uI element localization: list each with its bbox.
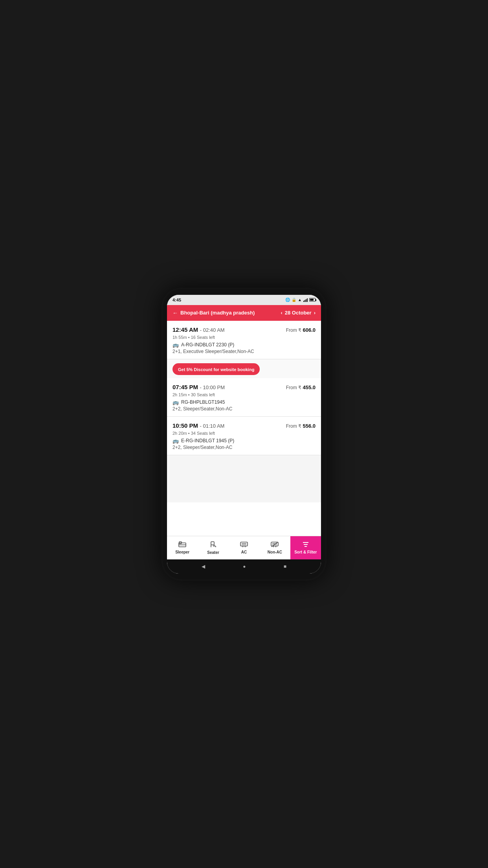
bus-3-number: E-RG-INDBLGT 1945 (P)	[181, 438, 234, 443]
bus-3-dot: •	[188, 431, 191, 436]
discount-text: Get 5% Discount for website booking	[178, 367, 254, 372]
sleeper-label: Sleeper	[175, 550, 189, 554]
bus-2-info-row: 🚌 RG-BHPLBLGT1945	[172, 399, 316, 405]
battery-icon	[309, 298, 316, 302]
nav-item-sleeper[interactable]: Sleeper	[167, 536, 198, 559]
bus-3-departure: 10:50 PM	[172, 422, 198, 429]
bus-1-arrival: 02:40 AM	[203, 327, 225, 333]
bus-3-arrival: 01:10 AM	[203, 423, 224, 429]
nonac-icon	[271, 541, 279, 549]
status-bar: 4:45 🌐 🔒 ▲	[167, 295, 321, 305]
bus-1-type: 2+1, Executive Sleeper/Seater,Non-AC	[172, 349, 316, 354]
bus-3-bus-icon: 🚌	[172, 438, 179, 444]
discount-banner: Get 5% Discount for website booking	[172, 363, 260, 375]
app-header: ← Bhopal-Bari (madhya pradesh) ‹ 28 Octo…	[167, 305, 321, 321]
date-display: 28 October	[285, 310, 312, 316]
nav-item-sortfilter[interactable]: Sort & Filter	[290, 536, 321, 559]
bus-3-price: 556.0	[303, 423, 316, 429]
status-time: 4:45	[172, 298, 181, 302]
discount-section: Get 5% Discount for website booking	[167, 359, 321, 378]
bus-2-price-label: From ₹	[286, 385, 303, 390]
bus-2-type: 2+2, Sleeper/Seater,Non-AC	[172, 406, 316, 412]
date-prev-button[interactable]: ‹	[281, 310, 282, 316]
bus-card-3-top: 10:50 PM - 01:10 AM From ₹ 556.0	[172, 422, 316, 429]
svg-rect-8	[240, 542, 248, 546]
bus-2-duration: 2h 15m	[172, 392, 187, 397]
seater-label: Seater	[207, 550, 219, 555]
bus-2-dot: •	[188, 392, 191, 397]
bus-2-bus-icon: 🚌	[172, 399, 179, 405]
signal-bar-4	[307, 298, 308, 302]
signal-bar-2	[305, 300, 305, 302]
svg-rect-3	[211, 542, 214, 545]
status-icons: 🌐 🔒 ▲	[285, 298, 316, 302]
sortfilter-label: Sort & Filter	[294, 550, 317, 554]
bus-1-price-section: From ₹ 606.0	[286, 326, 316, 333]
bus-3-info-row: 🚌 E-RG-INDBLGT 1945 (P)	[172, 438, 316, 444]
bus-2-price: 455.0	[303, 384, 316, 390]
bottom-nav: Sleeper Seater	[167, 536, 321, 559]
signal-bar-3	[306, 299, 306, 302]
bus-3-price-section: From ₹ 556.0	[286, 422, 316, 429]
header-left: ← Bhopal-Bari (madhya pradesh)	[172, 310, 255, 316]
sleeper-icon	[178, 541, 186, 549]
bus-card-1[interactable]: 12:45 AM - 02:40 AM From ₹ 606.0 1h 55m …	[167, 321, 321, 359]
bus-1-seats: 16 Seats left	[191, 335, 215, 340]
bus-1-dot: •	[188, 335, 191, 340]
back-button[interactable]: ←	[172, 310, 178, 316]
bus-3-type: 2+2, Sleeper/Seater,Non-AC	[172, 445, 316, 450]
bus-card-2-top: 07:45 PM - 10:00 PM From ₹ 455.0	[172, 384, 316, 391]
bus-1-dash: -	[200, 327, 203, 333]
bus-2-arrival: 10:00 PM	[203, 384, 225, 390]
battery-fill	[310, 299, 314, 301]
route-title: Bhopal-Bari (madhya pradesh)	[180, 310, 255, 316]
ac-icon	[240, 541, 248, 549]
seater-icon	[210, 541, 217, 550]
nav-item-seater[interactable]: Seater	[198, 536, 228, 559]
date-next-button[interactable]: ›	[314, 310, 316, 316]
nav-item-ac[interactable]: AC	[229, 536, 259, 559]
wifi-icon: ▲	[298, 298, 302, 302]
bus-2-price-section: From ₹ 455.0	[286, 384, 316, 391]
date-nav: ‹ 28 October ›	[281, 310, 316, 316]
bus-1-departure: 12:45 AM	[172, 326, 198, 333]
bus-card-1-top: 12:45 AM - 02:40 AM From ₹ 606.0	[172, 326, 316, 333]
bus-1-price: 606.0	[303, 327, 316, 333]
nav-item-nonac[interactable]: Non-AC	[259, 536, 290, 559]
bus-1-price-label: From ₹	[286, 327, 303, 333]
bus-1-duration: 1h 55m	[172, 335, 187, 340]
signal-bars	[303, 298, 308, 302]
signal-bar-1	[303, 301, 304, 302]
ac-label: AC	[241, 550, 247, 554]
bus-3-price-label: From ₹	[286, 423, 303, 429]
bus-1-number: A-RG-INDBLGT 2230 (P)	[181, 342, 234, 348]
bus-2-meta: 2h 15m • 30 Seats left	[172, 392, 316, 397]
globe-icon: 🌐	[285, 298, 290, 302]
phone-screen: 4:45 🌐 🔒 ▲ ← Bhopal-Bari (madh	[167, 295, 321, 574]
bus-2-departure: 07:45 PM	[172, 384, 198, 390]
bus-card-1-times: 12:45 AM - 02:40 AM	[172, 326, 225, 333]
bus-2-seats: 30 Seats left	[191, 392, 215, 397]
content-area: 12:45 AM - 02:40 AM From ₹ 606.0 1h 55m …	[167, 321, 321, 536]
bus-1-bus-icon: 🚌	[172, 342, 179, 348]
empty-space	[167, 455, 321, 502]
bus-3-seats: 34 Seats left	[191, 431, 215, 436]
android-nav: ◀ ● ■	[167, 559, 321, 574]
bus-1-info-row: 🚌 A-RG-INDBLGT 2230 (P)	[172, 342, 316, 348]
bus-card-3-times: 10:50 PM - 01:10 AM	[172, 422, 224, 429]
bus-3-meta: 2h 20m • 34 Seats left	[172, 431, 316, 436]
android-back-button[interactable]: ◀	[202, 564, 205, 569]
bus-3-duration: 2h 20m	[172, 431, 187, 436]
lock-icon: 🔒	[292, 298, 296, 302]
bus-card-2[interactable]: 07:45 PM - 10:00 PM From ₹ 455.0 2h 15m …	[167, 378, 321, 417]
nonac-label: Non-AC	[268, 550, 282, 554]
sortfilter-icon	[302, 541, 309, 549]
bus-2-number: RG-BHPLBLGT1945	[181, 399, 225, 405]
phone-shell: 4:45 🌐 🔒 ▲ ← Bhopal-Bari (madh	[161, 288, 327, 581]
android-recent-button[interactable]: ■	[284, 564, 286, 569]
bus-card-2-times: 07:45 PM - 10:00 PM	[172, 384, 225, 391]
bus-1-meta: 1h 55m • 16 Seats left	[172, 335, 316, 340]
android-home-button[interactable]: ●	[243, 564, 246, 569]
bus-card-3[interactable]: 10:50 PM - 01:10 AM From ₹ 556.0 2h 20m …	[167, 417, 321, 455]
